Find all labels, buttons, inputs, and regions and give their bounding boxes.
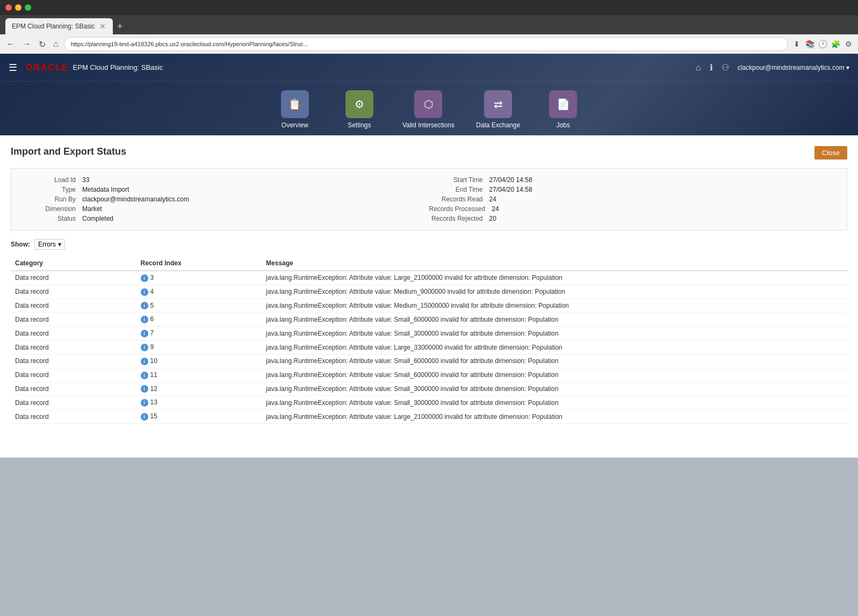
home-button[interactable]: ⌂ [51, 38, 61, 50]
table-cell-message: java.lang.RuntimeException: Attribute va… [262, 327, 847, 340]
intersections-icon-box: ⬡ [414, 90, 442, 118]
tab-title: EPM Cloud Planning: SBasic [12, 23, 95, 30]
nav-item-jobs[interactable]: 📄 Jobs [542, 90, 585, 135]
close-traffic-light[interactable] [5, 4, 12, 11]
hamburger-menu[interactable]: ☰ [9, 62, 17, 74]
info-row-end-time: End Time 27/04/20 14:58 [429, 185, 837, 194]
bookmarks-icon[interactable]: 📚 [804, 39, 815, 49]
app-title: EPM Cloud Planning: SBasic [73, 63, 163, 71]
overview-icon-box: 📋 [281, 90, 309, 118]
table-cell-message: java.lang.RuntimeException: Attribute va… [262, 285, 847, 299]
info-panel: Load Id 33 Type Metadata Import Run By c… [11, 168, 847, 230]
info-icon: i [141, 358, 148, 365]
info-icon: i [141, 274, 148, 282]
records-processed-label: Records Processed [429, 205, 486, 213]
browser-tab[interactable]: EPM Cloud Planning: SBasic ✕ [5, 18, 113, 34]
table-row: Data recordi13java.lang.RuntimeException… [11, 396, 847, 410]
data-table: Category Record Index Message Data recor… [11, 256, 847, 424]
nav-label-jobs: Jobs [556, 121, 569, 129]
nav-item-exchange[interactable]: ⇄ Data Exchange [476, 90, 520, 135]
table-cell-record-index: i7 [136, 327, 262, 340]
download-icon[interactable]: ⬇ [791, 39, 802, 49]
tab-close-button[interactable]: ✕ [99, 22, 106, 31]
settings-icon-box: ⚙ [345, 90, 373, 118]
info-icon: i [141, 316, 148, 323]
user-settings-icon[interactable]: ⚇ [722, 62, 729, 73]
new-tab-button[interactable]: + [113, 18, 127, 34]
user-info[interactable]: clackpour@mindstreamanalytics.com ▾ [738, 64, 849, 71]
maximize-traffic-light[interactable] [25, 4, 31, 11]
info-row-load-id: Load Id 33 [22, 175, 429, 185]
table-cell-category: Data record [11, 410, 136, 424]
filter-selected-value: Errors [38, 241, 56, 248]
table-row: Data recordi12java.lang.RuntimeException… [11, 382, 847, 396]
settings-browser-icon[interactable]: ⚙ [843, 39, 854, 49]
status-label: Status [22, 215, 76, 222]
table-cell-message: java.lang.RuntimeException: Attribute va… [262, 368, 847, 382]
history-icon[interactable]: 🕐 [817, 39, 828, 49]
table-cell-message: java.lang.RuntimeException: Attribute va… [262, 340, 847, 354]
refresh-button[interactable]: ↻ [37, 38, 48, 50]
info-icon: i [141, 330, 148, 337]
back-button[interactable]: ← [4, 38, 17, 50]
intersections-icon: ⬡ [424, 98, 433, 111]
table-cell-message: java.lang.RuntimeException: Attribute va… [262, 382, 847, 396]
info-row-run-by: Run By clackpour@mindstreamanalytics.com [22, 194, 429, 204]
table-header: Category Record Index Message [11, 256, 847, 271]
minimize-traffic-light[interactable] [15, 4, 21, 11]
table-row: Data recordi3java.lang.RuntimeException:… [11, 271, 847, 285]
dimension-label: Dimension [22, 205, 76, 213]
browser-icons: ⬇ 📚 🕐 🧩 ⚙ [791, 39, 854, 49]
info-row-status: Status Completed [22, 214, 429, 223]
table-cell-category: Data record [11, 327, 136, 340]
table-row: Data recordi10java.lang.RuntimeException… [11, 354, 847, 368]
info-icon: i [141, 288, 148, 296]
table-cell-record-index: i15 [136, 410, 262, 424]
info-row-type: Type Metadata Import [22, 185, 429, 194]
exchange-icon-box: ⇄ [484, 90, 512, 118]
load-id-label: Load Id [22, 176, 76, 184]
col-header-category: Category [11, 256, 136, 271]
oracle-topbar: ☰ ORACLE EPM Cloud Planning: SBasic ⌂ ℹ … [0, 54, 858, 82]
nav-label-overview: Overview [282, 121, 308, 129]
type-label: Type [22, 186, 76, 193]
nav-item-overview[interactable]: 📋 Overview [273, 90, 316, 135]
table-cell-record-index: i12 [136, 382, 262, 396]
run-by-label: Run By [22, 195, 76, 203]
table-cell-record-index: i9 [136, 340, 262, 354]
help-topbar-icon[interactable]: ℹ [710, 62, 713, 73]
info-row-dimension: Dimension Market [22, 204, 429, 214]
filter-select[interactable]: Errors ▾ [34, 239, 65, 250]
extensions-icon[interactable]: 🧩 [830, 39, 841, 49]
close-button[interactable]: Close [814, 146, 847, 160]
nav-item-settings[interactable]: ⚙ Settings [338, 90, 381, 135]
main-content: Import and Export Status Close Load Id 3… [0, 135, 858, 458]
jobs-icon-box: 📄 [549, 90, 577, 118]
tab-bar: EPM Cloud Planning: SBasic ✕ + [0, 15, 858, 34]
table-cell-category: Data record [11, 340, 136, 354]
table-cell-message: java.lang.RuntimeException: Attribute va… [262, 313, 847, 327]
info-icon: i [141, 385, 148, 393]
info-icon: i [141, 372, 148, 379]
table-cell-category: Data record [11, 271, 136, 285]
table-cell-record-index: i3 [136, 271, 262, 285]
table-cell-message: java.lang.RuntimeException: Attribute va… [262, 354, 847, 368]
table-cell-category: Data record [11, 354, 136, 368]
jobs-icon: 📄 [557, 98, 570, 111]
info-left-col: Load Id 33 Type Metadata Import Run By c… [22, 175, 429, 223]
records-read-value: 24 [489, 195, 496, 203]
home-topbar-icon[interactable]: ⌂ [696, 63, 701, 73]
nav-item-intersections[interactable]: ⬡ Valid Intersections [402, 90, 455, 135]
nav-label-settings: Settings [348, 121, 371, 129]
browser-titlebar [0, 0, 858, 15]
table-row: Data recordi5java.lang.RuntimeException:… [11, 299, 847, 313]
run-by-value: clackpour@mindstreamanalytics.com [82, 195, 189, 203]
page-title: Import and Export Status [11, 146, 126, 157]
table-row: Data recordi4java.lang.RuntimeException:… [11, 285, 847, 299]
info-row-records-read: Records Read 24 [429, 194, 837, 204]
nav-label-exchange: Data Exchange [476, 121, 520, 129]
forward-button[interactable]: → [20, 38, 33, 50]
address-input[interactable] [64, 37, 788, 51]
page-header: Import and Export Status Close [11, 146, 847, 160]
table-cell-record-index: i5 [136, 299, 262, 313]
